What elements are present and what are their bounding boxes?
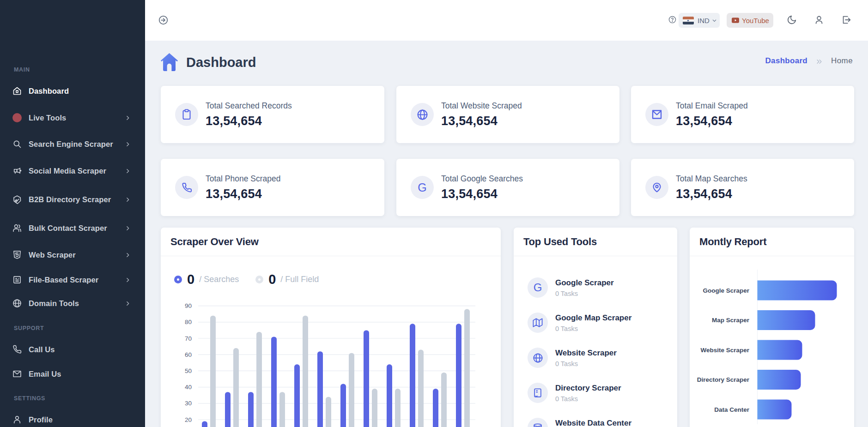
svg-text:Data Center: Data Center [714, 406, 750, 413]
svg-text:90: 90 [185, 302, 192, 309]
svg-text:Directory Scraper: Directory Scraper [697, 376, 750, 383]
svg-text:70: 70 [185, 335, 192, 342]
svg-text:Website Scraper: Website Scraper [700, 347, 749, 354]
svg-text:80: 80 [185, 319, 192, 325]
svg-text:40: 40 [185, 384, 192, 391]
svg-text:Map Scraper: Map Scraper [712, 317, 750, 324]
svg-text:60: 60 [185, 351, 192, 358]
svg-text:30: 30 [185, 400, 192, 407]
svg-text:50: 50 [185, 367, 192, 374]
svg-text:20: 20 [185, 416, 192, 423]
svg-text:Google Scraper: Google Scraper [703, 287, 749, 294]
